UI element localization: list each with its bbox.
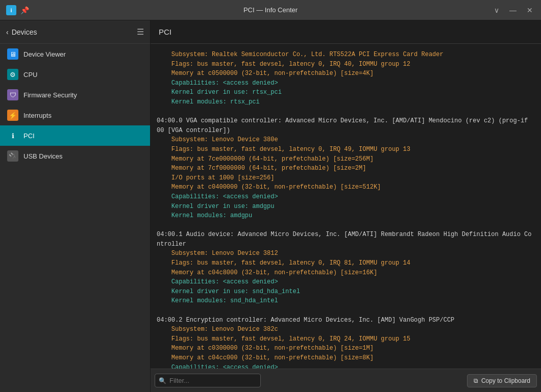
main-container: ‹ Devices ☰ 🖥Device Viewer⚙CPU🛡Firmware … (0, 20, 541, 392)
sidebar-item-firmware-security[interactable]: 🛡Firmware Security (0, 85, 150, 105)
copy-to-clipboard-button[interactable]: ⧉ Copy to Clipboard (467, 374, 537, 387)
titlebar: i 📌 PCI — Info Center ∨ — ✕ (0, 0, 541, 20)
content-header: PCI (151, 20, 541, 44)
sidebar-icon-pci: ℹ (7, 130, 18, 141)
content-scroll[interactable]: Subsystem: Realtek Semiconductor Co., Lt… (151, 44, 541, 369)
pin-icon: 📌 (20, 6, 29, 14)
sidebar-item-usb-devices[interactable]: 🔌USB Devices (0, 146, 150, 166)
close-button[interactable]: ✕ (525, 5, 535, 15)
sidebar: ‹ Devices ☰ 🖥Device Viewer⚙CPU🛡Firmware … (0, 20, 151, 392)
titlebar-left: i 📌 (6, 5, 29, 15)
sidebar-icon-firmware-security: 🛡 (7, 89, 18, 100)
content-title: PCI (159, 28, 171, 36)
back-chevron-icon: ‹ (6, 28, 9, 36)
sidebar-label-usb-devices: USB Devices (23, 152, 63, 160)
sidebar-item-cpu[interactable]: ⚙CPU (0, 64, 150, 85)
sidebar-label-pci: PCI (23, 132, 35, 140)
filter-input[interactable] (155, 374, 261, 387)
sidebar-items: 🖥Device Viewer⚙CPU🛡Firmware Security⚡Int… (0, 44, 150, 392)
sidebar-label-cpu: CPU (23, 71, 37, 79)
sidebar-label-firmware-security: Firmware Security (23, 91, 77, 99)
app-icon: i (6, 5, 16, 15)
sidebar-back-button[interactable]: ‹ Devices (6, 28, 37, 36)
sidebar-icon-usb-devices: 🔌 (7, 150, 18, 162)
sidebar-header: ‹ Devices ☰ (0, 20, 150, 44)
sidebar-label-device-viewer: Device Viewer (23, 50, 66, 58)
sidebar-item-device-viewer[interactable]: 🖥Device Viewer (0, 44, 150, 64)
titlebar-controls: ∨ — ✕ (492, 5, 535, 15)
copy-label: Copy to Clipboard (481, 377, 530, 384)
sidebar-label-interrupts: Interrupts (23, 112, 52, 119)
sidebar-back-label: Devices (12, 28, 37, 36)
minimize-button[interactable]: — (507, 5, 519, 15)
filter-search-icon: 🔍 (159, 377, 166, 384)
content-text: Subsystem: Realtek Semiconductor Co., Lt… (151, 48, 541, 369)
filter-wrapper: 🔍 (155, 374, 463, 387)
content-area: PCI Subsystem: Realtek Semiconductor Co.… (151, 20, 541, 392)
collapse-button[interactable]: ∨ (492, 5, 501, 15)
sidebar-icon-interrupts: ⚡ (7, 110, 18, 121)
sidebar-item-interrupts[interactable]: ⚡Interrupts (0, 105, 150, 125)
copy-icon: ⧉ (474, 377, 478, 384)
sidebar-menu-icon[interactable]: ☰ (137, 27, 144, 37)
sidebar-item-pci[interactable]: ℹPCI (0, 125, 150, 146)
titlebar-title: PCI — Info Center (243, 6, 298, 14)
content-footer: 🔍 ⧉ Copy to Clipboard (151, 369, 541, 392)
sidebar-icon-cpu: ⚙ (7, 69, 18, 80)
sidebar-icon-device-viewer: 🖥 (7, 48, 18, 60)
